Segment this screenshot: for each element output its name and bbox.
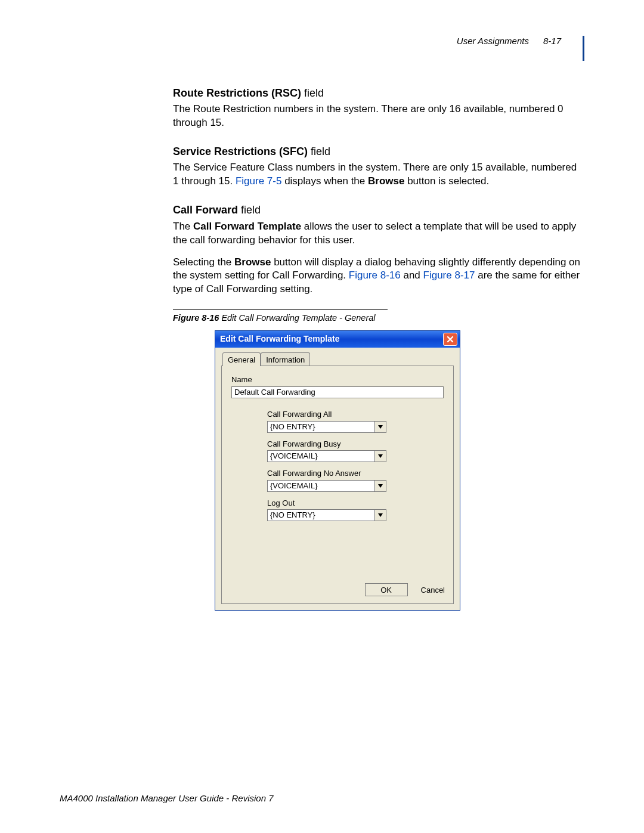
ok-button[interactable]: OK [365, 583, 408, 596]
tab-panel-general: Name Call Forwarding All {NO ENTRY} Call… [221, 366, 454, 604]
page-footer: MA4000 Installation Manager User Guide -… [60, 793, 274, 803]
chevron-down-icon [374, 510, 386, 521]
rsc-body: The Route Restriction numbers in the sys… [173, 103, 584, 130]
sfc-heading: Service Restrictions (SFC) field [173, 144, 584, 159]
header-section: User Assignments [457, 36, 529, 46]
cf-all-label: Call Forwarding All [267, 409, 444, 420]
figure-caption: Figure 8-16 Edit Call Forwarding Templat… [173, 312, 584, 324]
xref-figure-8-16[interactable]: Figure 8-16 [349, 270, 401, 281]
logout-select[interactable]: {NO ENTRY} [267, 509, 386, 521]
cf-noanswer-select[interactable]: {VOICEMAIL} [267, 480, 386, 492]
dialog-titlebar[interactable]: Edit Call Forwarding Template [215, 331, 460, 348]
dialog-tabs: General Information [222, 352, 454, 367]
tab-general[interactable]: General [222, 352, 261, 367]
dialog-title: Edit Call Forwarding Template [220, 333, 339, 345]
cancel-button[interactable]: Cancel [421, 585, 445, 596]
tab-information[interactable]: Information [261, 352, 310, 367]
rsc-heading: Route Restrictions (RSC) field [173, 86, 584, 100]
header-divider [583, 36, 584, 61]
body-content: Route Restrictions (RSC) field The Route… [173, 86, 584, 611]
page-header: User Assignments 8-17 [457, 36, 584, 61]
dialog-edit-call-forwarding: Edit Call Forwarding Template General In… [215, 330, 460, 611]
close-button[interactable] [443, 333, 457, 346]
name-input[interactable] [231, 386, 444, 398]
sfc-body: The Service Feature Class numbers in the… [173, 161, 584, 188]
figure-rule [173, 309, 388, 310]
cf-busy-select[interactable]: {VOICEMAIL} [267, 450, 386, 462]
cf-body-1: The Call Forward Template allows the use… [173, 220, 584, 247]
cf-busy-label: Call Forwarding Busy [267, 439, 444, 450]
xref-figure-8-17[interactable]: Figure 8-17 [423, 270, 475, 281]
name-label: Name [231, 374, 444, 385]
chevron-down-icon [374, 481, 386, 491]
cf-all-select[interactable]: {NO ENTRY} [267, 421, 386, 433]
cf-noanswer-label: Call Forwarding No Answer [267, 468, 444, 479]
cf-heading: Call Forward field [173, 203, 584, 217]
header-page-number: 8-17 [543, 36, 561, 46]
close-icon [447, 336, 454, 343]
cf-body-2: Selecting the Browse button will display… [173, 256, 584, 297]
chevron-down-icon [374, 451, 386, 462]
forwarding-fields: Call Forwarding All {NO ENTRY} Call Forw… [267, 409, 444, 521]
chevron-down-icon [374, 422, 386, 432]
xref-figure-7-5[interactable]: Figure 7-5 [236, 175, 281, 187]
logout-label: Log Out [267, 498, 444, 509]
